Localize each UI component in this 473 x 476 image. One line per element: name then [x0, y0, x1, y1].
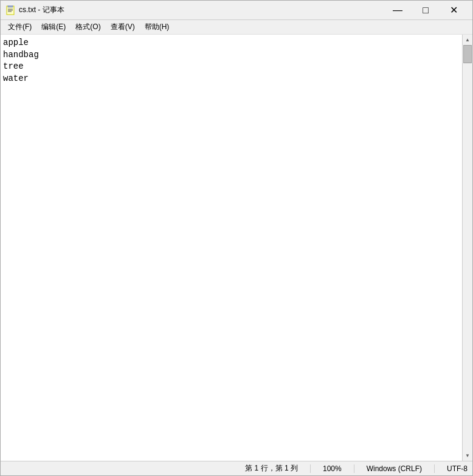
title-bar: cs.txt - 记事本 — □ ✕	[1, 1, 472, 20]
scroll-up-arrow[interactable]: ▲	[463, 35, 473, 45]
status-divider-2	[354, 464, 354, 473]
title-bar-left: cs.txt - 记事本	[5, 5, 64, 15]
notepad-icon	[5, 5, 15, 15]
line-ending: Windows (CRLF)	[367, 464, 422, 473]
status-bar: 第 1 行，第 1 列 100% Windows (CRLF) UTF-8	[1, 461, 472, 475]
status-divider-1	[310, 464, 311, 473]
window-title: cs.txt - 记事本	[19, 5, 64, 15]
title-bar-buttons: — □ ✕	[384, 1, 468, 20]
menu-item-file[interactable]: 文件(F)	[3, 21, 36, 34]
scroll-down-arrow[interactable]: ▼	[463, 450, 473, 461]
close-button[interactable]: ✕	[440, 1, 468, 20]
svg-rect-1	[8, 5, 13, 7]
cursor-position: 第 1 行，第 1 列	[245, 463, 298, 474]
notepad-window: cs.txt - 记事本 — □ ✕ 文件(F) 编辑(E) 格式(O) 查看(…	[0, 0, 473, 476]
encoding: UTF-8	[447, 464, 468, 473]
minimize-button[interactable]: —	[384, 1, 412, 20]
menu-item-format[interactable]: 格式(O)	[71, 21, 105, 34]
text-editor[interactable]	[1, 35, 462, 461]
scroll-track[interactable]	[463, 45, 472, 450]
menu-item-edit[interactable]: 编辑(E)	[36, 21, 71, 34]
menu-bar: 文件(F) 编辑(E) 格式(O) 查看(V) 帮助(H)	[1, 20, 472, 35]
vertical-scrollbar[interactable]: ▲ ▼	[462, 35, 472, 461]
text-area-container: ▲ ▼	[1, 35, 472, 461]
zoom-level: 100%	[323, 464, 342, 473]
menu-item-view[interactable]: 查看(V)	[106, 21, 140, 34]
status-divider-3	[434, 464, 435, 473]
scroll-thumb[interactable]	[463, 45, 472, 63]
menu-item-help[interactable]: 帮助(H)	[140, 21, 174, 34]
maximize-button[interactable]: □	[412, 1, 440, 20]
